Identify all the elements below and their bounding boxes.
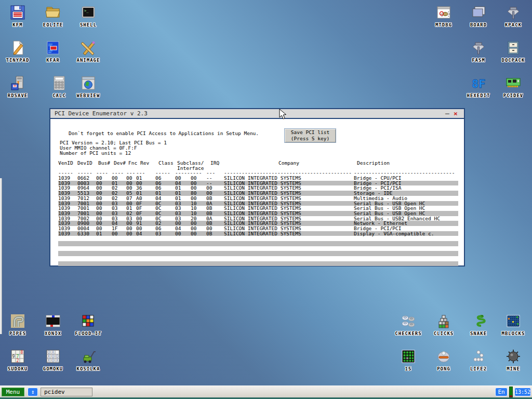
svg-text:O: O [52, 358, 55, 363]
desktop-icon-fifteen[interactable]: 15 [391, 348, 426, 371]
minimize-all-button[interactable]: ↕ [28, 388, 38, 396]
menu-button[interactable]: Menu [2, 388, 24, 396]
desktop-icon-animage[interactable]: ANIMAGE [71, 39, 106, 63]
save-button-line1: Save PCI list [285, 129, 336, 136]
mine-icon [496, 348, 531, 365]
taskbar-task-pcidev[interactable]: pcidev [41, 388, 92, 396]
taskbar-clock[interactable]: 13:52 [514, 388, 531, 396]
desktop-icon-board[interactable]: BOARD [461, 4, 496, 28]
desktop-icon-kosilka[interactable]: KOSILKA [71, 348, 106, 371]
fifteen-icon [391, 348, 426, 365]
desktop-icon-label: FASM [461, 58, 496, 63]
desktop-icon-xonix[interactable]: XONIX [35, 313, 71, 336]
table-header: VenIDDevIDBus#Dev#FncRevClassSubclass/IR… [58, 161, 458, 176]
snake-icon [461, 313, 496, 329]
xonix-icon [35, 313, 71, 329]
svg-text:9: 9 [12, 354, 15, 359]
desktop-icon-tinypad[interactable]: TINYPAD [0, 39, 35, 63]
desktop-icon-label: KFM [0, 22, 35, 28]
table-empty-row [58, 256, 458, 261]
window-titlebar[interactable]: PCI Device Enumerator v 2.3 – × [50, 109, 464, 119]
desktop-icon-label: FLOOD-IT [71, 331, 106, 336]
clicks-icon [426, 313, 461, 329]
desktop-icon-hexedit[interactable]: 8FHEXEDIT [461, 75, 496, 98]
webview-icon [71, 75, 106, 91]
desktop-icon-fasm[interactable]: FASM [461, 39, 496, 63]
minimize-button[interactable]: – [443, 110, 451, 117]
desktop-icon-label: 15 [391, 366, 426, 371]
desktop-icon-mblocks[interactable]: MBLOCKS [496, 313, 531, 336]
desktop-icon-label: MINE [496, 366, 531, 371]
desktop-icon-label: EOLITE [35, 22, 71, 28]
window-title: PCI Device Enumerator v 2.3 [55, 110, 443, 117]
desktop-icon-webview[interactable]: WEBVIEW [71, 75, 106, 98]
desktop-icon-label: LIFE2 [461, 366, 496, 371]
desktop-icon-label: KFAR [35, 58, 71, 63]
window-body: Don`t forget to enable PCI Access to App… [50, 119, 464, 265]
pci-enumerator-window: PCI Device Enumerator v 2.3 – × Don`t fo… [49, 108, 465, 267]
pci-units-line: Number of PCI units = 12 [60, 150, 131, 156]
desktop-icon-pipes[interactable]: PIPES [0, 313, 35, 336]
desktop-icon-label: CLICKS [426, 331, 461, 336]
hexedit-icon: 8F [461, 75, 496, 91]
desktop-icon-kfar[interactable]: KFAR [35, 39, 71, 63]
language-indicator[interactable]: En [495, 388, 508, 396]
animage-icon [71, 39, 106, 56]
desktop-icon-pcidev[interactable]: PCIDEV [496, 75, 531, 98]
desktop-icon-pong[interactable]: PONG [426, 348, 461, 371]
pcidev-icon [496, 75, 531, 91]
pipes-icon [0, 313, 35, 329]
desktop-icon-floodit[interactable]: FLOOD-IT [71, 313, 106, 336]
pong-icon [426, 348, 461, 365]
desktop-icon-kfm[interactable]: KFM [0, 4, 35, 28]
table-empty-row [58, 241, 458, 246]
rdsave-icon [0, 75, 35, 91]
fasm-icon [461, 39, 496, 56]
desktop-icon-label: MBLOCKS [496, 331, 531, 336]
desktop-icon-mtdbg[interactable]: MTDBG [426, 4, 461, 28]
kosilka-icon [71, 348, 106, 365]
svg-text:8F: 8F [472, 77, 486, 90]
tinypad-icon [0, 39, 35, 56]
docpack-icon [496, 39, 531, 56]
desktop-icon-label: SUDOKU [0, 366, 35, 371]
desktop-icon-checkers[interactable]: CHECKERS [391, 313, 426, 336]
desktop-icon-kpack[interactable]: KPACK [496, 4, 531, 28]
desktop-icon-gomoku[interactable]: OXXOOXOXGOMOKU [35, 348, 71, 371]
desktop-icon-docpack[interactable]: DOCPACK [496, 39, 531, 63]
desktop-icon-label: KOSILKA [71, 366, 106, 371]
cpu-usage-indicator[interactable] [509, 387, 513, 397]
shell-icon: >_ [71, 4, 106, 21]
desktop-icon-shell[interactable]: >_SHELL [71, 4, 106, 28]
desktop-icon-clicks[interactable]: CLICKS [426, 313, 461, 336]
table-empty-row [58, 246, 458, 251]
life2-icon [461, 348, 496, 365]
table-empty-row [58, 261, 458, 267]
desktop-icon-label: SNAKE [461, 331, 496, 336]
table-empty-row [58, 251, 458, 256]
hint-text: Don`t forget to enable PCI Access to App… [69, 130, 259, 136]
desktop-icon-label: TINYPAD [0, 58, 35, 63]
checkers-icon [391, 313, 426, 329]
desktop-icon-label: XONIX [35, 331, 71, 336]
svg-text:>_: >_ [84, 9, 89, 13]
kpack-icon [496, 4, 531, 21]
desktop-icon-label: BOARD [461, 22, 496, 28]
desktop-icon-snake[interactable]: SNAKE [461, 313, 496, 336]
save-pci-list-button[interactable]: Save PCI list (Press S key) [284, 128, 336, 143]
pci-device-table: VenIDDevIDBus#Dev#FncRevClassSubclass/IR… [58, 161, 458, 266]
table-header-row: VenIDDevIDBus#Dev#FncRevClassSubclass/IR… [58, 161, 458, 166]
close-button[interactable]: × [451, 110, 460, 117]
desktop-icon-sudoku[interactable]: 8972SUDOKU [0, 348, 35, 371]
desktop-icon-mine[interactable]: MINE [496, 348, 531, 371]
desktop-icon-label: PIPES [0, 331, 35, 336]
desktop-icon-label: SHELL [71, 22, 106, 28]
desktop-icon-label: PONG [426, 366, 461, 371]
desktop-icon-rdsave[interactable]: RDSAVE [0, 75, 35, 98]
desktop-icon-life2[interactable]: LIFE2 [461, 348, 496, 371]
desktop-icon-label: HEXEDIT [461, 93, 496, 98]
mtdbg-icon [426, 4, 461, 21]
eolite-icon [35, 4, 71, 21]
desktop-icon-eolite[interactable]: EOLITE [35, 4, 71, 28]
desktop-icon-label: KPACK [496, 22, 531, 28]
